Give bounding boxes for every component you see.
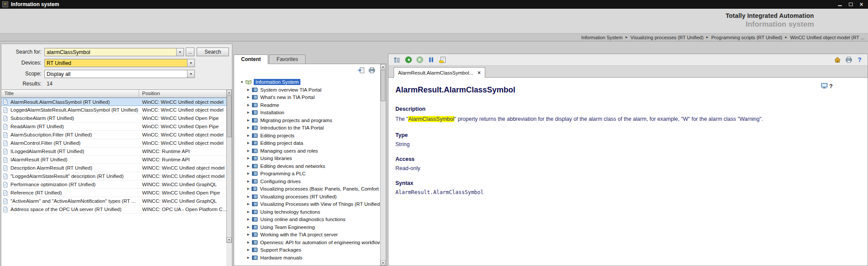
tree-item[interactable]: ▶ Programming a PLC [234, 170, 380, 178]
result-title[interactable]: AlarmSubscription.Filter (RT Unified) [10, 132, 139, 137]
result-title[interactable]: "LoggedAlarmStateResult" description (RT… [10, 174, 139, 179]
tree-item-label[interactable]: Using Team Engineering [260, 225, 315, 230]
tree-item[interactable]: ▶ Editing devices and networks [234, 162, 380, 170]
results-scrollbar[interactable]: ▲ ▼ [226, 89, 232, 243]
tree-item[interactable]: ▶ Using online and diagnostics functions [234, 216, 380, 224]
tree-collapsed-icon[interactable]: ▶ [247, 119, 252, 122]
result-title[interactable]: IAlarmResult (RT Unified) [10, 157, 139, 162]
tree-collapsed-icon[interactable]: ▶ [247, 141, 252, 145]
tree-item[interactable]: ▶ Introduction to the TIA Portal [234, 124, 380, 132]
breadcrumb-item[interactable]: Programming scripts (RT Unified) [711, 35, 783, 40]
tree-collapsed-icon[interactable]: ▶ [247, 210, 252, 214]
tree-collapsed-icon[interactable]: ▶ [247, 134, 252, 137]
search-button[interactable]: Search [197, 48, 229, 56]
tree-item[interactable]: ▶ Using libraries [234, 155, 380, 163]
table-row[interactable]: AlarmResult.AlarmClassSymbol (RT Unified… [1, 98, 226, 106]
tree-item-label[interactable]: Editing devices and networks [260, 164, 325, 169]
table-row[interactable]: Address space of the OPC UA server (RT U… [1, 205, 226, 214]
result-title[interactable]: ReadAlarm (RT Unified) [10, 124, 139, 129]
column-header-title[interactable]: Title [1, 90, 139, 97]
tree-item-label[interactable]: Programming a PLC [260, 171, 306, 176]
tree-item-label[interactable]: Visualizing processes (RT Unified) [260, 194, 337, 199]
result-title[interactable]: Reference (RT Unified) [10, 190, 139, 195]
tree-item[interactable]: ▶ Visualizing processes (RT Unified) [234, 193, 380, 201]
tree-item-label[interactable]: Using libraries [260, 156, 292, 161]
tree-item[interactable]: ▶ Visualizing processes (Basic Panels, P… [234, 185, 380, 193]
search-dropdown-icon[interactable]: ▼ [176, 48, 184, 56]
tree-item[interactable]: ▶ Configuring drives [234, 177, 380, 185]
tree-item-label[interactable]: Migrating projects and programs [260, 118, 332, 123]
tree-item[interactable]: ▶ Visualizing Processes with View of Thi… [234, 201, 380, 208]
table-row[interactable]: ILoggedAlarmResult (RT Unified) WINCC: R… [1, 147, 226, 156]
tree-collapsed-icon[interactable]: ▶ [247, 180, 252, 183]
tree-root-label[interactable]: Information System [254, 79, 300, 85]
table-row[interactable]: Performance optimization (RT Unified) WI… [1, 181, 226, 189]
tree-item-label[interactable]: What's new in TIA Portal [260, 95, 315, 100]
devices-value[interactable]: RT Unified [45, 59, 187, 67]
close-icon[interactable]: × [860, 1, 863, 7]
tree-item-label[interactable]: Openness: API for automation of engineer… [260, 240, 380, 245]
topic-tab[interactable]: AlarmResult.AlarmClassSymbol... × [394, 67, 485, 78]
table-row[interactable]: LoggedAlarmStateResult.AlarmClassSymbol … [1, 106, 226, 114]
table-row[interactable]: AlarmControl.Filter (RT Unified) WinCC: … [1, 139, 226, 147]
tree-item-label[interactable]: Editing project data [260, 140, 303, 146]
tree-item-label[interactable]: Configuring drives [260, 179, 301, 184]
scroll-up-icon[interactable]: ▲ [227, 90, 231, 95]
tree-collapsed-icon[interactable]: ▶ [247, 248, 252, 252]
show-toc-icon[interactable] [394, 57, 401, 63]
print-icon[interactable] [368, 67, 375, 73]
help-icon[interactable]: ? [857, 56, 862, 63]
related-window-icon[interactable] [821, 83, 828, 89]
tree-collapsed-icon[interactable]: ▶ [247, 218, 252, 221]
tree-collapsed-icon[interactable]: ▶ [247, 88, 252, 92]
tree-collapsed-icon[interactable]: ▶ [247, 126, 252, 130]
home-icon[interactable] [834, 56, 841, 63]
breadcrumb-item[interactable]: WinCC Unified object model (RT ... [790, 35, 865, 40]
tree-collapsed-icon[interactable]: ▶ [247, 111, 252, 114]
tree-collapsed-icon[interactable]: ▶ [247, 187, 252, 191]
tree-item-label[interactable]: Editing projects [260, 133, 295, 138]
result-title[interactable]: LoggedAlarmStateResult.AlarmClassSymbol … [10, 107, 139, 113]
tree-item-label[interactable]: Visualizing Processes with View of Thing… [260, 201, 380, 207]
tree-item[interactable]: ▶ Openness: API for automation of engine… [234, 239, 380, 246]
tree-item[interactable]: ▶ What's new in TIA Portal [234, 94, 380, 102]
tab-favorites[interactable]: Favorites [269, 55, 305, 64]
table-row[interactable]: IAlarmResult (RT Unified) WINCC: Runtime… [1, 156, 226, 164]
tree-item[interactable]: ▶ System overview TIA Portal [234, 86, 380, 94]
tree-item-label[interactable]: Support Packages [260, 247, 301, 252]
table-row[interactable]: "LoggedAlarmStateResult" description (RT… [1, 172, 226, 181]
minimize-icon[interactable] [838, 5, 842, 6]
scope-dropdown-icon[interactable]: ▼ [187, 70, 194, 78]
result-title[interactable]: Address space of the OPC UA server (RT U… [10, 207, 139, 212]
result-title[interactable]: Performance optimization (RT Unified) [10, 182, 139, 187]
tree-collapsed-icon[interactable]: ▶ [247, 195, 252, 198]
print-icon[interactable] [845, 57, 852, 63]
result-title[interactable]: SubscribeAlarm (RT Unified) [10, 116, 139, 121]
tree-item-label[interactable]: Using online and diagnostics functions [260, 217, 346, 222]
tree-collapsed-icon[interactable]: ▶ [247, 172, 252, 175]
tree-scrollbar[interactable]: ▲ ▼ [380, 64, 386, 266]
tree-item[interactable]: ▶ Using Team Engineering [234, 223, 380, 231]
tree-collapsed-icon[interactable]: ▶ [247, 225, 252, 229]
breadcrumb-item[interactable]: Visualizing processes (RT Unified) [630, 35, 704, 40]
tree-item[interactable]: ▶ Hardware manuals [234, 254, 380, 262]
scrollbar-thumb[interactable] [381, 70, 385, 101]
tree-item-label[interactable]: System overview TIA Portal [260, 87, 321, 92]
context-help-icon[interactable]: ? [829, 83, 833, 89]
scope-value[interactable]: Display all [45, 70, 187, 78]
tree-collapsed-icon[interactable]: ▶ [247, 95, 252, 99]
tree-collapsed-icon[interactable]: ▶ [247, 256, 252, 259]
tree-item-label[interactable]: Hardware manuals [260, 255, 303, 260]
devices-dropdown-icon[interactable]: ▼ [187, 59, 194, 67]
tree-item-label[interactable]: Installation [260, 110, 284, 115]
scroll-down-icon[interactable]: ▼ [381, 260, 385, 266]
result-title[interactable]: "ActiveAlarm" and "ActiveAlarmNotificati… [10, 198, 139, 204]
scroll-down-icon[interactable]: ▼ [227, 237, 231, 242]
breadcrumb-item[interactable]: Information System [581, 35, 623, 40]
back-icon[interactable] [405, 56, 412, 63]
tab-content[interactable]: Content [234, 55, 268, 64]
tree-item-label[interactable]: Using technology functions [260, 209, 320, 215]
tree-item[interactable]: ▶ Editing projects [234, 132, 380, 140]
tree-item[interactable]: ▶ Readme [234, 101, 380, 109]
search-input[interactable] [45, 48, 176, 56]
